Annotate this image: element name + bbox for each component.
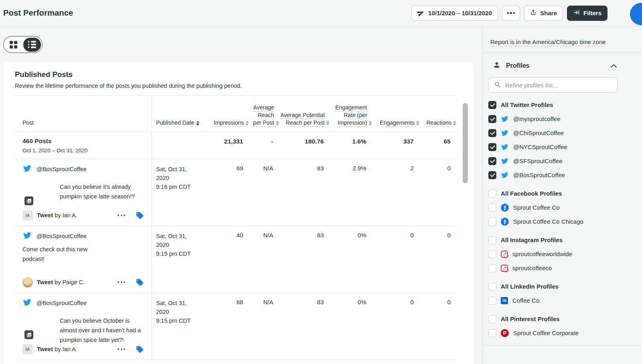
- profiles-title: Profiles: [506, 62, 530, 69]
- profile-item[interactable]: @mysproutcoffee: [488, 112, 626, 126]
- twitter-icon: [501, 143, 509, 151]
- profile-item[interactable]: @NYCSproutCoffee: [488, 140, 626, 154]
- checkbox-checked-icon[interactable]: [488, 101, 496, 109]
- column-header-average-potential-reach[interactable]: Average Potential Reach per Post: [279, 111, 329, 127]
- profile-group-all-linkedin[interactable]: All LinkedIn Profiles: [488, 279, 626, 293]
- checkbox-unchecked-icon[interactable]: [488, 329, 496, 337]
- impressions-cell: 68: [200, 293, 249, 360]
- row-menu-button[interactable]: [118, 348, 125, 350]
- filters-button[interactable]: Filters: [567, 6, 607, 21]
- column-header-average-reach[interactable]: Average Reach per Post: [249, 104, 279, 127]
- post-type: Tweet: [37, 212, 53, 218]
- tag-icon[interactable]: [136, 278, 144, 287]
- profile-item[interactable]: Sprout Coffee Corporate: [488, 326, 626, 340]
- profile-group-all-twitter[interactable]: All Twitter Profiles: [488, 98, 626, 112]
- column-header-reactions[interactable]: Reactions: [419, 119, 456, 127]
- share-icon: [530, 9, 536, 17]
- checkbox-checked-icon[interactable]: [488, 157, 496, 165]
- checkbox-unchecked-icon[interactable]: [488, 190, 496, 198]
- checkbox-checked-icon[interactable]: [488, 115, 496, 123]
- more-options-button[interactable]: [502, 6, 520, 21]
- post-byline: by Paige C.: [55, 279, 85, 285]
- profile-handle[interactable]: @BosSproutCoffee: [37, 166, 87, 172]
- floating-help-button[interactable]: [630, 3, 642, 25]
- column-header-impressions[interactable]: Impressions: [200, 119, 249, 127]
- grid-view-button[interactable]: [5, 38, 22, 52]
- instagram-icon: [501, 265, 508, 272]
- chevron-up-icon[interactable]: [610, 64, 617, 68]
- reactions-cell: 0: [419, 293, 456, 360]
- profile-item[interactable]: Sprout Coffee Co Chicago: [488, 214, 626, 229]
- content: Published Posts Review the lifetime perf…: [0, 26, 642, 364]
- list-icon: [28, 41, 36, 48]
- section-subtitle: Review the lifetime performance of the p…: [15, 83, 463, 89]
- column-header-published-date[interactable]: Published Date: [152, 119, 200, 127]
- ellipsis-icon: [507, 12, 509, 14]
- engagements-cell: 2: [372, 159, 419, 226]
- profile-group-all-facebook[interactable]: All Facebook Profiles: [488, 186, 626, 200]
- post-text[interactable]: Can you believe October is almost over a…: [60, 313, 146, 345]
- published-date-cell: Sat, Oct 31, 2020 9:15 pm CDT: [152, 226, 200, 293]
- card-header: Published Posts Review the lifetime perf…: [4, 61, 474, 95]
- topbar-actions: 10/1/2020 – 10/31/2020 Share Filters: [411, 6, 607, 21]
- profile-item[interactable]: @SFSproutCoffee: [488, 154, 626, 168]
- post-thumbnail[interactable]: [22, 179, 51, 208]
- checkbox-unchecked-icon[interactable]: [488, 315, 496, 323]
- column-header-engagements[interactable]: Engagements: [372, 119, 419, 127]
- tag-icon[interactable]: [136, 211, 144, 220]
- post-thumbnail[interactable]: [22, 313, 51, 342]
- list-view-button[interactable]: [23, 38, 41, 52]
- profile-item[interactable]: sproutcoffeeco: [488, 261, 626, 275]
- profile-item[interactable]: Coffee Co.: [488, 293, 626, 307]
- checkbox-checked-icon[interactable]: [488, 129, 496, 137]
- profile-handle[interactable]: @BosSproutCoffee: [37, 233, 87, 239]
- post-text[interactable]: Can you believe it's already pumpkin spi…: [60, 179, 146, 208]
- summary-date-range: Oct 1, 2020 – Oct 31, 2020: [22, 148, 151, 154]
- checkbox-unchecked-icon[interactable]: [488, 297, 496, 305]
- filters-label: Filters: [583, 10, 601, 16]
- impressions-cell: 69: [200, 159, 249, 226]
- date-range-button[interactable]: 10/1/2020 – 10/31/2020: [411, 6, 498, 21]
- twitter-icon: [22, 164, 32, 174]
- share-button[interactable]: Share: [524, 6, 563, 21]
- sort-icon: [326, 121, 329, 126]
- profile-group-all-pinterest[interactable]: All Pinterest Profiles: [488, 312, 626, 326]
- sort-icon: [196, 121, 199, 126]
- posts-table: Post Published Date Impressions Average …: [15, 95, 456, 360]
- profiles-search-input[interactable]: [505, 82, 612, 89]
- checkbox-unchecked-icon[interactable]: [488, 283, 496, 291]
- checkbox-checked-icon[interactable]: [488, 143, 496, 151]
- post-byline: by Ian A.: [55, 212, 77, 218]
- profiles-section-header[interactable]: Profiles: [493, 61, 617, 71]
- checkbox-unchecked-icon[interactable]: [488, 250, 496, 258]
- grid-icon: [10, 41, 17, 49]
- sort-icon: [369, 121, 372, 126]
- profile-item[interactable]: @ChiSproutCoffee: [488, 126, 626, 140]
- summary-post-count: 460 Posts: [22, 138, 151, 145]
- sort-icon: [276, 121, 279, 126]
- profile-item[interactable]: Sprout Coffee Co: [488, 200, 626, 214]
- row-menu-button[interactable]: [118, 214, 125, 216]
- checkbox-unchecked-icon[interactable]: [488, 264, 496, 272]
- column-header-engagement-rate[interactable]: Engagement Rate (per Impression): [329, 104, 372, 127]
- average-potential-reach-cell: 83: [279, 226, 329, 293]
- summary-row: 460 Posts Oct 1, 2020 – Oct 31, 2020 21,…: [15, 132, 456, 159]
- row-menu-button[interactable]: [118, 281, 125, 283]
- checkbox-unchecked-icon[interactable]: [488, 218, 496, 226]
- photo-icon: [24, 196, 33, 205]
- twitter-icon: [22, 231, 32, 241]
- checkbox-unchecked-icon[interactable]: [488, 204, 496, 212]
- table-scrollbar[interactable]: [463, 103, 468, 183]
- page-title: Post Performance: [3, 8, 73, 18]
- profile-group-all-instagram[interactable]: All Instagram Profiles: [488, 233, 626, 247]
- post-text[interactable]: Come check out this new podcast!: [22, 245, 109, 264]
- tag-icon[interactable]: [136, 345, 144, 354]
- checkbox-unchecked-icon[interactable]: [488, 236, 496, 244]
- facebook-icon: [501, 218, 509, 226]
- instagram-icon: [501, 251, 508, 258]
- checkbox-checked-icon[interactable]: [488, 171, 496, 179]
- profile-item[interactable]: sproutcoffeeworldwide: [488, 247, 626, 261]
- profile-handle[interactable]: @BosSproutCoffee: [37, 300, 87, 306]
- profile-item[interactable]: @BosSproutCoffee: [488, 168, 626, 182]
- twitter-icon: [501, 129, 509, 137]
